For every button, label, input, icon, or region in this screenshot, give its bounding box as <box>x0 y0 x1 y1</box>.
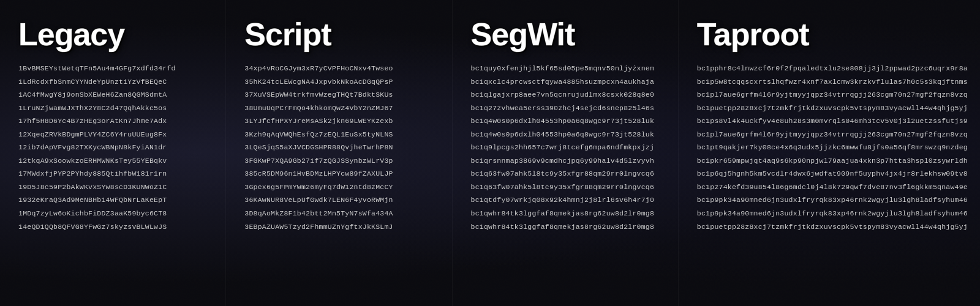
address-item[interactable]: bc1qwhr84tk3lggfaf8qmekjas8rg62uw8d2lr0m… <box>471 221 666 233</box>
address-item[interactable]: bc1qtdfy07wrkjq08x92k4hmnj2j8lrl6sv6h4r7… <box>471 194 666 206</box>
address-item[interactable]: 385cR5DM96n1HvBDMzLHPYcw89fZAXULJP <box>244 168 439 180</box>
address-item[interactable]: bc1pz74kefd39u854l86g6mdcl0j4l8k729qwf7d… <box>697 181 968 193</box>
address-item[interactable]: 1LruNZjwamWJXThX2Y8C2d47QqhAkkc5os <box>18 102 213 114</box>
address-item[interactable]: 38UmuUqPCrFmQo4khkomQwZ4VbY2nZMJ67 <box>244 102 439 114</box>
address-item[interactable]: bc1pkr659mpwjqt4aq9s6kp90npjwl79aajua4xk… <box>697 155 968 167</box>
address-item[interactable]: bc1qwhr84tk3lggfaf8qmekjas8rg62uw8d2lr0m… <box>471 207 666 220</box>
address-item[interactable]: 3LQeSjqS5aXJVCDGSHPR88QvjheTwrhP8N <box>244 141 439 154</box>
address-list-taproot: bc1pphr8c4lnwzcf6r0f2fpqaledtxlu2se808jj… <box>697 62 968 233</box>
column-segwit: SegWitbc1quy0xfenjhjl5kf65sd05pe5mqnv50n… <box>453 0 679 306</box>
address-item[interactable]: bc1ps8vl4k4uckfyv4e8uh28s3m0mvrqls046mh3… <box>697 115 968 127</box>
column-taproot: Taprootbc1pphr8c4lnwzcf6r0f2fpqaledtxlu2… <box>679 0 980 306</box>
address-item[interactable]: 37XuVSEpWW4trkfmvWzegTHQt7BdktSKUs <box>244 89 439 101</box>
address-item[interactable]: bc1pl7aue6grfm4l6r9yjtmyyjqpz34vtrrqgjj2… <box>697 129 968 141</box>
address-item[interactable]: bc1quy0xfenjhjl5kf65sd05pe5mqnv50nljyżxn… <box>471 62 666 75</box>
address-item[interactable]: 3D8qAoMkZ8F1b42btt2Mn5TyN7sWfa434A <box>244 207 439 220</box>
address-list-legacy: 1BvBMSEYstWetqTFn5Au4m4GFg7xdfd34rfd1LdR… <box>18 62 213 233</box>
column-legacy: Legacy1BvBMSEYstWetqTFn5Au4m4GFg7xdfd34r… <box>0 0 226 306</box>
address-item[interactable]: 3LYJfcfHPXYJreMsASk2jkn69LWEYKzexb <box>244 115 439 127</box>
address-item[interactable]: 35hK24tcLEWcgNA4JxpvbkNkoAcDGqQPsP <box>244 76 439 88</box>
address-item[interactable]: bc1q63fw07ahk5l8tc9y35xfgr88qm29rr0lngvc… <box>471 181 666 193</box>
address-item[interactable]: 1LdRcdxfbSnmCYYNdeYpUnztiYzVfBEQeC <box>18 76 213 88</box>
address-item[interactable]: bc1puetpp28z8xcj7tzmkfrjtkdzxuvscpk5vtsp… <box>697 221 968 233</box>
address-item[interactable]: 12tkqA9xSoowkzoERHMWNKsTey55YEBqkv <box>18 155 213 167</box>
address-item[interactable]: 3Gpex6g5FPmYWm26myFq7dW12ntd8zMcCY <box>244 181 439 193</box>
address-item[interactable]: bc1qxclc4prcwsctfqywa4885hsuzmpcxn4aukha… <box>471 76 666 88</box>
title-script: Script <box>244 18 439 50</box>
address-item[interactable]: 1MDq7zyLw6oKichbFiDDZ3aaK59byc6CT8 <box>18 207 213 220</box>
address-item[interactable]: bc1puetpp28z8xcj7tzmkfrjtkdzxuvscpk5vtsp… <box>697 102 968 114</box>
address-item[interactable]: bc1p6qj5hgnh5km5vcdlr4dwx6jwdfat909nf5uy… <box>697 168 968 180</box>
address-item[interactable]: bc1q27zvhwea5erss390zhcj4sejcd6snep825l4… <box>471 102 666 114</box>
address-item[interactable]: 3Kzh9qAqVWQhEsfQz7zEQL1EuSx5tyNLNS <box>244 129 439 141</box>
title-taproot: Taproot <box>697 18 968 50</box>
address-item[interactable]: 17hf5H8D6Yc4B7zHEg3orAtKn7Jhme7Adx <box>18 115 213 127</box>
address-item[interactable]: 14eQD1QQb8QFVG8YFwGz7skyzsvBLWLwJS <box>18 221 213 233</box>
address-item[interactable]: 12XqeqZRVkBDgmPLVY4ZC6Y4ruUUEug8Fx <box>18 129 213 141</box>
page-container: Legacy1BvBMSEYstWetqTFn5Au4m4GFg7xdfd34r… <box>0 0 980 306</box>
address-item[interactable]: 19D5J8c59P2bAkWKvxSYw8scD3KUNWoZ1C <box>18 181 213 193</box>
address-item[interactable]: 1BvBMSEYstWetqTFn5Au4m4GFg7xdfd34rfd <box>18 62 213 75</box>
address-list-segwit: bc1quy0xfenjhjl5kf65sd05pe5mqnv50nljyżxn… <box>471 62 666 233</box>
address-item[interactable]: 1AC4fMwgY8j9onSbXEWeH6Zan8QGMSdmtA <box>18 89 213 101</box>
address-item[interactable]: bc1pl7aue6grfm4l6r9yjtmyyjqpz34vtrrqgjj2… <box>697 89 968 101</box>
address-item[interactable]: bc1p9pk34a90mned6jn3udxlfryrqk83xp46rnk2… <box>697 207 968 220</box>
address-item[interactable]: bc1q63fw07ahk5l8tc9y35xfgr88qm29rr0lngvc… <box>471 168 666 180</box>
address-item[interactable]: 1932eKraQ3Ad9MeNBHb14WFQbNrLaKeEpT <box>18 194 213 206</box>
column-script: Script34xp4vRoCGJym3xR7yCVPFHoCNxv4Twseo… <box>226 0 452 306</box>
title-segwit: SegWit <box>471 18 666 50</box>
address-item[interactable]: bc1pt9qakjer7ky08ce4x6q3udx5jjzkc6mwwfu8… <box>697 141 968 154</box>
address-item[interactable]: bc1qrsnnmap3869v9cmdhcjpq6y99halv4d5lzvy… <box>471 155 666 167</box>
address-item[interactable]: bc1pphr8c4lnwzcf6r0f2fpqaledtxlu2se808jj… <box>697 62 968 75</box>
address-item[interactable]: bc1p5w8tcqqscxrtslhqfwzr4xnf7axlcmw3krzk… <box>697 76 968 88</box>
address-item[interactable]: 17MWdxfjPYP2PYhdy885QtihfbW181r1rn <box>18 168 213 180</box>
address-item[interactable]: 3EBpAZUAW5Tzyd2FhmmUZnYgftxJkKSLmJ <box>244 221 439 233</box>
address-item[interactable]: bc1q9lpcgs2hh657c7wrj8tcefg6mpa6ndfmkpxj… <box>471 141 666 154</box>
address-item[interactable]: 36KAwNUR8VeLpUfGwdk7LEN6F4yvoRWMjn <box>244 194 439 206</box>
address-item[interactable]: bc1qlgajxrp8aee7vn5qcnrujudlmx8csxk028q8… <box>471 89 666 101</box>
address-item[interactable]: bc1p9pk34a90mned6jn3udxlfryrqk83xp46rnk2… <box>697 194 968 206</box>
address-item[interactable]: 3FGKwP7XQA9Gb27if7zQGJSSynbzWLrV3p <box>244 155 439 167</box>
address-item[interactable]: 34xp4vRoCGJym3xR7yCVPFHoCNxv4Twseo <box>244 62 439 75</box>
address-list-script: 34xp4vRoCGJym3xR7yCVPFHoCNxv4Twseo35hK24… <box>244 62 439 233</box>
address-item[interactable]: bc1q4w0s0p6dxlh04553hp0a6q8wgc9r73jt528l… <box>471 115 666 127</box>
address-item[interactable]: 12ib7dApVFvg82TXKycWBNpN8kFyiAN1dr <box>18 141 213 154</box>
address-item[interactable]: bc1q4w0s0p6dxlh04553hp0a6q8wgc9r73jt528l… <box>471 129 666 141</box>
title-legacy: Legacy <box>18 18 213 50</box>
